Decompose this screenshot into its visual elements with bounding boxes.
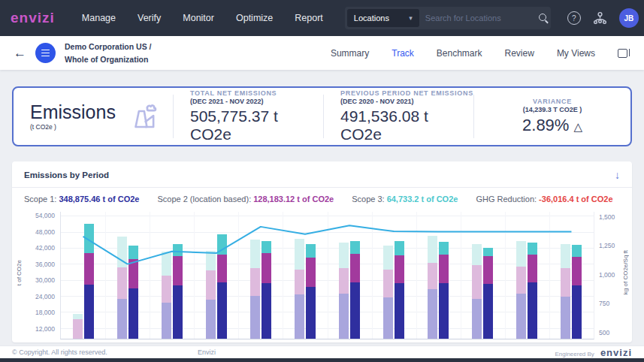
search-input[interactable] [419, 14, 538, 23]
top-navbar: envizi Manage Verify Monitor Optimize Re… [0, 0, 644, 36]
tab-review[interactable]: Review [505, 48, 534, 59]
main-menu: Manage Verify Monitor Optimize Report [82, 13, 345, 23]
engineered-by-label: Engineered By [555, 351, 594, 357]
legend-item-scope3[interactable]: Scope 3:64,733.2 t of CO2e [352, 195, 458, 204]
bar-group [283, 212, 327, 339]
bar-segment [162, 303, 171, 339]
breadcrumb-group[interactable]: Whole of Organization [65, 53, 152, 65]
nav-item-report[interactable]: Report [295, 13, 323, 23]
bar-current-period [84, 212, 94, 339]
bar-segment [528, 255, 537, 282]
bar-segment [206, 270, 216, 300]
bar-group [150, 212, 194, 339]
y-tick-right: 1,500 [599, 213, 615, 221]
bar-group [461, 212, 505, 339]
bar-segment [117, 267, 127, 300]
bar-previous-period [339, 212, 349, 339]
emissions-by-period-card: Emissions by Period ↓ Scope 1:348,875.46… [12, 161, 632, 342]
y-tick-right: 750 [599, 300, 609, 307]
legend-item-scope2[interactable]: Scope 2 (location based):128,183.12 t of… [157, 195, 334, 204]
bar-group [238, 212, 283, 339]
nav-item-optimize[interactable]: Optimize [236, 13, 273, 23]
bar-previous-period [206, 212, 216, 339]
bar-segment [516, 241, 526, 267]
bar-segment [561, 268, 570, 297]
legend-value: 64,733.2 t of CO2e [387, 195, 458, 204]
y-tick-left: 48,000 [35, 228, 55, 236]
y-axis-right-label: kg of CO2e/Sq ft [618, 206, 632, 339]
hierarchy-icon[interactable] [593, 11, 607, 25]
bar-segment [572, 285, 582, 339]
tab-track[interactable]: Track [392, 48, 414, 59]
bar-segment [206, 251, 216, 271]
locations-dropdown[interactable]: Locations ▾ [347, 9, 419, 27]
bar-segment [117, 299, 127, 339]
bar-segment [162, 252, 171, 276]
metric-value: 2.89%△ [474, 116, 630, 135]
bar-current-period [128, 212, 138, 339]
legend-value: 128,183.12 t of CO2e [253, 195, 334, 204]
nav-item-manage[interactable]: Manage [82, 13, 116, 23]
y-tick-left: 36,000 [35, 261, 55, 268]
y-axis-left-label: t of CO2e [12, 206, 26, 339]
bar-segment [395, 255, 404, 284]
tab-benchmark[interactable]: Benchmark [437, 48, 482, 59]
bar-previous-period [295, 212, 304, 339]
legend-item-ghg-reduction[interactable]: GHG Reduction:-36,016.4 t of CO2e [476, 195, 612, 204]
nav-item-monitor[interactable]: Monitor [183, 13, 214, 23]
breadcrumb: Demo Corporation US / Whole of Organizat… [65, 41, 152, 65]
bar-previous-period [250, 212, 260, 339]
bar-segment [84, 253, 94, 285]
bar-group [105, 212, 150, 339]
bar-segment [561, 244, 570, 268]
bar-segment [217, 234, 227, 255]
download-icon[interactable]: ↓ [615, 170, 620, 180]
y-tick-left: 12,000 [35, 325, 55, 333]
bar-segment [306, 258, 316, 287]
variance-up-icon: △ [573, 120, 582, 133]
bar-current-period [572, 212, 582, 339]
legend-label: Scope 3: [352, 195, 384, 204]
back-icon[interactable]: ← [14, 46, 26, 61]
bar-segment [439, 242, 449, 254]
bar-segment [472, 265, 482, 298]
help-icon[interactable]: ? [567, 11, 581, 25]
bottom-edge-strip [0, 358, 644, 362]
bar-group [372, 212, 416, 339]
tab-my-views[interactable]: My Views [557, 48, 595, 59]
summary-unit: (t CO2e ) [30, 123, 116, 131]
bar-segment [350, 241, 360, 254]
bar-group [416, 212, 461, 339]
bar-segment [295, 270, 304, 295]
subheader: ← Demo Corporation US / Whole of Organiz… [0, 36, 644, 70]
chart-plot [60, 212, 594, 339]
metric-label: VARIANCE [474, 98, 630, 105]
breadcrumb-org[interactable]: Demo Corporation US / [65, 41, 152, 53]
bar-segment [306, 287, 316, 339]
hamburger-menu-button[interactable] [35, 43, 56, 63]
bar-segment [117, 237, 127, 267]
bar-segment [84, 285, 94, 339]
nav-item-verify[interactable]: Verify [138, 13, 161, 23]
legend-label: Scope 2 (location based): [157, 195, 251, 204]
legend-item-scope1[interactable]: Scope 1:348,875.46 t of CO2e [24, 195, 139, 204]
y-tick-left: 30,000 [35, 276, 55, 284]
bar-current-period [173, 212, 183, 339]
bar-segment [428, 236, 437, 263]
bar-segment [572, 257, 582, 285]
tab-summary[interactable]: Summary [331, 48, 369, 59]
avatar[interactable]: JB [619, 8, 639, 28]
bar-group [328, 212, 372, 339]
bar-segment [528, 282, 537, 339]
metric-label: TOTAL NET EMISSIONS [190, 89, 323, 97]
bar-segment [428, 263, 437, 290]
factory-icon [128, 101, 159, 132]
bar-segment [217, 255, 227, 282]
bar-segment [339, 268, 349, 294]
panel-toggle-icon[interactable] [618, 49, 630, 58]
search-icon[interactable] [538, 13, 549, 23]
y-tick-right: 1,250 [599, 242, 615, 249]
bar-previous-period [117, 212, 127, 339]
bar-group [549, 212, 594, 339]
bar-segment [84, 224, 94, 253]
